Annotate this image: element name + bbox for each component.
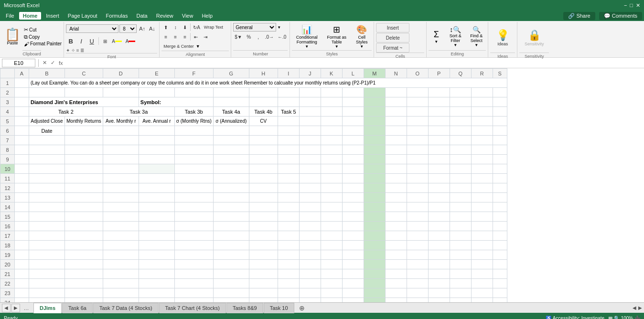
align-left-btn[interactable]: ≡ — [161, 32, 170, 41]
cell-e2[interactable] — [139, 88, 174, 97]
cell-m6[interactable] — [364, 126, 385, 136]
share-button[interactable]: 🔗 Share — [563, 12, 595, 20]
sort-filter-btn[interactable]: ↕🔍 Sort & Filter ▼ — [446, 26, 465, 47]
cell-date-header[interactable]: Date — [29, 126, 65, 136]
cell-monthly-ret-header[interactable]: Monthly Returns — [65, 117, 103, 126]
cell-p3[interactable] — [428, 97, 450, 107]
menu-insert[interactable]: Insert — [42, 12, 63, 20]
cell-l5[interactable] — [342, 117, 364, 126]
tab-tasks89[interactable]: Tasks 8&9 — [226, 303, 263, 313]
cell-g6[interactable] — [213, 126, 249, 136]
col-header-c[interactable]: C — [65, 69, 103, 78]
sum-btn[interactable]: Σ ▼ — [429, 30, 444, 44]
find-select-btn[interactable]: 🔍 Find & Select ▼ — [467, 26, 486, 47]
menu-page-layout[interactable]: Page Layout — [64, 12, 101, 20]
col-header-o[interactable]: O — [407, 69, 428, 78]
cell-a5[interactable] — [15, 117, 29, 126]
tab-djims[interactable]: DJims — [33, 303, 62, 313]
increase-indent-btn[interactable]: ⇥ — [201, 32, 210, 41]
copy-button[interactable]: ⧉ Copy — [24, 34, 62, 40]
cell-r5[interactable] — [471, 117, 493, 126]
bold-button[interactable]: B — [66, 37, 75, 45]
decimal-decrease-btn[interactable]: ←.0 — [276, 32, 288, 41]
conditional-formatting-btn[interactable]: 📊 Conditional Formatting ▼ — [292, 24, 322, 49]
col-header-i[interactable]: I — [278, 69, 299, 78]
align-top-btn[interactable]: ⬆ — [161, 23, 170, 32]
cell-a4[interactable] — [15, 107, 29, 117]
menu-formulas[interactable]: Formulas — [102, 12, 132, 20]
percent-btn[interactable]: % — [245, 32, 253, 41]
cell-i6[interactable] — [278, 126, 299, 136]
col-header-g[interactable]: G — [213, 69, 249, 78]
cell-k5[interactable] — [321, 117, 342, 126]
merge-center-btn[interactable]: Merge & Center — [161, 42, 196, 51]
decrease-indent-btn[interactable]: ⇤ — [192, 32, 200, 41]
close-btn[interactable]: ✕ — [636, 2, 640, 9]
cell-task4b[interactable]: Task 4b — [249, 107, 278, 117]
cell-l4[interactable] — [342, 107, 364, 117]
cell-c6[interactable] — [65, 126, 103, 136]
cell-l2[interactable] — [342, 88, 364, 97]
italic-button[interactable]: I — [76, 37, 86, 45]
col-header-j[interactable]: J — [299, 69, 321, 78]
align-bottom-btn[interactable]: ⬇ — [181, 23, 189, 32]
cell-symbol[interactable]: Symbol: — [139, 97, 213, 107]
tab-task7data[interactable]: Task 7 Data (4 Stocks) — [93, 303, 159, 313]
add-sheet-btn[interactable]: ⊕ — [297, 303, 307, 313]
format-as-table-btn[interactable]: ⊞ Format as Table ▼ — [323, 24, 350, 49]
sheet-scroll-left[interactable]: ◀ — [633, 305, 636, 310]
cell-j4[interactable] — [299, 107, 321, 117]
sheet-area[interactable]: A B C D E F G H I J K L M N O P Q — [0, 68, 644, 302]
align-middle-btn[interactable]: ↕ — [171, 23, 180, 32]
cell-o2[interactable] — [407, 88, 428, 97]
cell-j5[interactable] — [299, 117, 321, 126]
cell-sigma-annual-header[interactable]: σ (Annualized) — [213, 117, 249, 126]
formula-input[interactable] — [66, 59, 642, 67]
cell-cv-header[interactable]: CV — [249, 117, 278, 126]
menu-file[interactable]: File — [2, 12, 18, 20]
cell-a2[interactable] — [15, 88, 29, 97]
cell-i2[interactable] — [278, 88, 299, 97]
cell-sigma-monthly-header[interactable]: σ (Monthly Rtns) — [174, 117, 213, 126]
cell-d2[interactable] — [103, 88, 139, 97]
cell-n3[interactable] — [385, 97, 407, 107]
cell-g3[interactable] — [213, 97, 249, 107]
number-format-dropdown[interactable]: ▼ — [277, 25, 281, 30]
cell-reference-input[interactable]: E10 — [2, 59, 35, 67]
cell-q6[interactable] — [450, 126, 471, 136]
col-header-l[interactable]: L — [342, 69, 364, 78]
menu-help[interactable]: Help — [198, 12, 216, 20]
cell-task3b[interactable]: Task 3b — [174, 107, 213, 117]
sheet-nav-left[interactable]: ◀ — [2, 304, 11, 312]
align-center-btn[interactable]: ≡ — [171, 32, 180, 41]
col-header-h[interactable]: H — [249, 69, 278, 78]
cell-m5[interactable] — [364, 117, 385, 126]
cell-j3[interactable] — [299, 97, 321, 107]
insert-btn[interactable]: Insert — [376, 23, 409, 32]
font-decrease-btn[interactable]: A↓ — [148, 24, 157, 33]
status-accessibility[interactable]: ♿ Accessibility: Investigate — [546, 316, 604, 319]
cell-k4[interactable] — [321, 107, 342, 117]
col-header-p[interactable]: P — [428, 69, 450, 78]
menu-view[interactable]: View — [178, 12, 197, 20]
font-size-select[interactable]: 8 — [119, 24, 137, 33]
cell-q4[interactable] — [450, 107, 471, 117]
col-header-b[interactable]: B — [29, 69, 65, 78]
cell-d6[interactable] — [103, 126, 139, 136]
cell-n5[interactable] — [385, 117, 407, 126]
merge-dropdown[interactable]: ▼ — [196, 44, 200, 49]
cell-a6[interactable] — [15, 126, 29, 136]
comments-button[interactable]: 💬 Comments — [599, 12, 642, 20]
menu-home[interactable]: Home — [19, 12, 42, 20]
cell-i5[interactable] — [278, 117, 299, 126]
cell-s6[interactable] — [493, 126, 507, 136]
cell-c2[interactable] — [65, 88, 103, 97]
cell-o5[interactable] — [407, 117, 428, 126]
tab-task6a[interactable]: Task 6a — [62, 303, 93, 313]
cell-f2[interactable] — [174, 88, 213, 97]
cell-task4a[interactable]: Task 4a — [213, 107, 249, 117]
cell-b1[interactable]: (Lay out Example. You can do a sheet per… — [29, 78, 507, 88]
border-button[interactable]: ⊞ — [101, 37, 109, 45]
number-format-select[interactable]: General — [233, 23, 276, 32]
cell-n4[interactable] — [385, 107, 407, 117]
